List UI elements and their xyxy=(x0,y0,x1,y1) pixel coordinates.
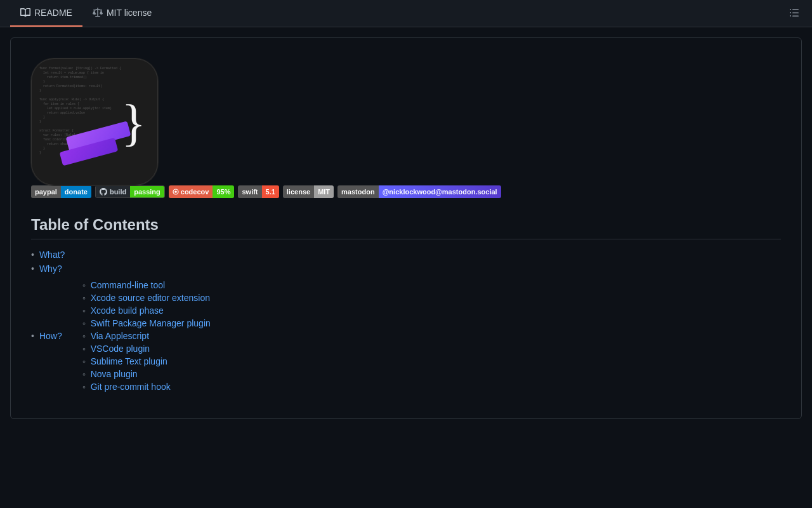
toc-heading: Table of Contents xyxy=(31,216,781,239)
page-wrapper: README MIT license xyxy=(0,0,812,419)
toc-sublist-how: Command-line tool Xcode source editor ex… xyxy=(67,280,211,394)
toc-item-how: How? Command-line tool Xcode source edit… xyxy=(31,277,781,394)
toc-link-sublime[interactable]: Sublime Text plugin xyxy=(91,356,167,366)
logo-brace: } xyxy=(122,97,146,148)
paypal-badge-value: donate xyxy=(61,185,91,198)
mastodon-badge-value: @nicklockwood@mastodon.social xyxy=(379,185,501,198)
license-badge-label: license xyxy=(283,185,314,198)
codecov-badge-value: 95% xyxy=(213,185,234,198)
scale-icon xyxy=(93,8,103,18)
toc-link-vscode[interactable]: VSCode plugin xyxy=(91,344,150,354)
list-icon xyxy=(789,8,799,18)
toc-subitem-spm: Swift Package Manager plugin xyxy=(67,318,211,328)
license-badge-value: MIT xyxy=(314,185,334,198)
toc-subitem-cli: Command-line tool xyxy=(67,280,211,290)
readme-content: func format(value: [String]) -> Formatte… xyxy=(10,37,802,419)
badge-paypal[interactable]: paypal donate xyxy=(31,185,91,198)
toc-link-why[interactable]: Why? xyxy=(39,264,62,274)
outline-button[interactable] xyxy=(787,5,802,22)
build-badge: build passing xyxy=(95,185,165,198)
toc-subitem-xcode-build: Xcode build phase xyxy=(67,305,211,316)
toc-subitem-xcode-ext: Xcode source editor extension xyxy=(67,293,211,303)
svg-point-1 xyxy=(174,190,177,193)
toc-link-spm[interactable]: Swift Package Manager plugin xyxy=(91,318,211,328)
toc-list: What? Why? How? Command-line tool Xcode … xyxy=(31,250,781,394)
tab-bar: README MIT license xyxy=(0,0,812,27)
toc-item-why: Why? xyxy=(31,264,781,274)
badges-row: paypal donate build passing xyxy=(31,185,781,198)
build-badge-value: passing xyxy=(130,186,164,197)
tab-bar-right xyxy=(787,5,802,22)
toc-link-how[interactable]: How? xyxy=(39,331,62,341)
build-badge-gh: build xyxy=(96,186,130,197)
paypal-badge-label: paypal xyxy=(31,185,61,198)
toc-link-nova[interactable]: Nova plugin xyxy=(91,369,138,379)
swift-badge-label: swift xyxy=(238,185,261,198)
codecov-icon xyxy=(173,189,179,195)
toc-link-applescript[interactable]: Via Applescript xyxy=(91,331,149,341)
badge-codecov[interactable]: codecov 95% xyxy=(169,185,235,198)
badge-mastodon[interactable]: mastodon @nicklockwood@mastodon.social xyxy=(337,185,501,198)
mastodon-badge-label: mastodon xyxy=(337,185,379,198)
toc-link-xcode-ext[interactable]: Xcode source editor extension xyxy=(91,293,210,303)
project-logo: func format(value: [String]) -> Formatte… xyxy=(31,58,158,185)
tab-mit-license[interactable]: MIT license xyxy=(82,0,162,27)
book-icon xyxy=(20,8,30,18)
mastodon-badge: mastodon @nicklockwood@mastodon.social xyxy=(337,185,501,198)
tab-readme[interactable]: README xyxy=(10,0,82,27)
toc-subitem-applescript: Via Applescript xyxy=(67,331,211,341)
swift-badge-value: 5.1 xyxy=(262,185,279,198)
github-icon xyxy=(100,188,107,196)
toc-subitem-vscode: VSCode plugin xyxy=(67,344,211,354)
tab-bar-left: README MIT license xyxy=(10,0,162,27)
codecov-badge-label: codecov xyxy=(169,185,213,198)
tab-mit-license-label: MIT license xyxy=(107,8,152,18)
toc-subitem-sublime: Sublime Text plugin xyxy=(67,356,211,366)
badge-build[interactable]: build passing xyxy=(95,185,165,198)
swift-badge: swift 5.1 xyxy=(238,185,278,198)
toc-subitem-nova: Nova plugin xyxy=(67,369,211,379)
toc-item-what: What? xyxy=(31,250,781,260)
badge-swift[interactable]: swift 5.1 xyxy=(238,185,278,198)
toc-link-xcode-build[interactable]: Xcode build phase xyxy=(91,305,164,316)
toc-link-git[interactable]: Git pre-commit hook xyxy=(91,382,171,392)
codecov-badge: codecov 95% xyxy=(169,185,235,198)
license-badge: license MIT xyxy=(283,185,334,198)
badge-license[interactable]: license MIT xyxy=(283,185,334,198)
paypal-badge: paypal donate xyxy=(31,185,91,198)
tab-readme-label: README xyxy=(34,8,72,18)
toc-subitem-git: Git pre-commit hook xyxy=(67,382,211,392)
toc-link-cli[interactable]: Command-line tool xyxy=(91,280,166,290)
toc-link-what[interactable]: What? xyxy=(39,250,65,260)
